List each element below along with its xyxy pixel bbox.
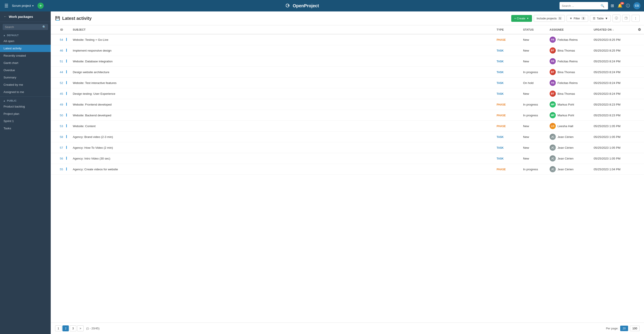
sidebar-item-summary[interactable]: Summary <box>0 74 51 81</box>
th-type[interactable]: TYPE <box>494 25 520 34</box>
per-page-selector: Per page: 20 100 <box>606 326 640 331</box>
cell-id[interactable]: 51 <box>51 56 66 67</box>
per-page-100-button[interactable]: 100 <box>630 326 640 331</box>
assignee-name: Jean Cérien <box>558 168 574 171</box>
cell-id[interactable]: 57 <box>51 142 66 153</box>
th-id[interactable]: ID <box>51 25 66 34</box>
cell-updated-on: 05/25/2023 1:05 PM <box>591 153 635 164</box>
section-arrow-icon-2: ▲ <box>3 99 6 102</box>
cell-id[interactable]: 53 <box>51 121 66 132</box>
info-icon: ⓘ <box>615 16 618 20</box>
info-button[interactable]: ⓘ <box>612 14 620 22</box>
cell-id[interactable]: 56 <box>51 153 66 164</box>
sidebar-item-product-backlog[interactable]: Product backlog <box>0 103 51 110</box>
help-button[interactable]: ⓘ <box>626 3 630 8</box>
assignee-name: Jean Cérien <box>558 135 574 139</box>
sidebar-item-sprint-1[interactable]: Sprint 1 <box>0 117 51 125</box>
th-subject[interactable]: SUBJECT <box>70 25 494 34</box>
sidebar-item-gantt-chart[interactable]: Gantt chart <box>0 59 51 66</box>
cell-assignee: JC Jean Cérien <box>546 153 591 164</box>
filter-button[interactable]: ▼ Filter 1 <box>566 15 588 22</box>
sidebar-item-overdue[interactable]: Overdue <box>0 66 51 74</box>
global-search-input[interactable] <box>562 4 599 7</box>
cell-updated-on: 05/25/2023 8:25 PM <box>591 45 635 56</box>
hamburger-menu-icon[interactable]: ☰ <box>4 2 9 9</box>
quick-add-button[interactable]: + <box>38 3 44 9</box>
assignee-name: Jean Cérien <box>558 146 574 149</box>
cell-id[interactable]: 45 <box>51 88 66 99</box>
cell-id[interactable]: 52 <box>51 77 66 88</box>
assignee-avatar: LH <box>550 123 556 129</box>
sidebar-divider <box>0 96 51 97</box>
page-range: (1 - 20/45) <box>86 327 100 330</box>
cell-id[interactable]: 58 <box>51 132 66 142</box>
cell-id[interactable]: 46 <box>51 45 66 56</box>
cell-settings <box>635 34 644 45</box>
assignee-avatar: MP <box>550 101 556 107</box>
sidebar-item-created-by-me[interactable]: Created by me <box>0 81 51 88</box>
cell-status: In progress <box>520 164 546 175</box>
th-status[interactable]: STATUS <box>520 25 546 34</box>
cell-id[interactable]: 54 <box>51 34 66 45</box>
include-projects-button[interactable]: Include projects 1 <box>534 15 565 22</box>
cell-type: TASK <box>494 132 520 142</box>
project-selector[interactable]: Scrum project ▼ <box>12 4 34 7</box>
cell-assignee: MP Markus Pohl <box>546 110 591 121</box>
sidebar-section-public[interactable]: ▲ PUBLIC <box>0 98 51 103</box>
include-projects-badge: 1 <box>558 17 562 20</box>
fullscreen-button[interactable]: ❒ <box>622 15 630 22</box>
assignee-name: Markus Pohl <box>558 114 574 117</box>
th-updated-on[interactable]: UPDATED ON ↓ <box>591 25 635 34</box>
sidebar-item-latest-activity[interactable]: Latest activity <box>0 45 51 52</box>
cell-updated-on: 05/25/2023 8:24 PM <box>591 88 635 99</box>
sidebar-back-icon[interactable]: ← <box>4 14 7 18</box>
cell-settings <box>635 132 644 142</box>
sidebar-item-recently-created[interactable]: Recently created <box>0 52 51 59</box>
cell-id[interactable]: 49 <box>51 99 66 110</box>
toolbar-actions: + Create ▼ Include projects 1 ▼ Filter 1… <box>511 14 640 22</box>
next-page-button[interactable]: > <box>77 326 84 331</box>
table-row: 57 Agency: How-To Video (2 min) TASK New… <box>51 142 644 153</box>
cell-type: TASK <box>494 142 520 153</box>
table-view-button[interactable]: ☰ Table ▼ <box>590 15 611 22</box>
th-settings[interactable]: ⚙ <box>635 25 644 34</box>
notifications-button[interactable]: 🔔 39 <box>618 3 622 8</box>
sidebar-search-input[interactable] <box>5 25 41 29</box>
grid-menu-button[interactable]: ⊞ <box>611 3 614 8</box>
search-icon: 🔍 <box>600 4 604 7</box>
work-packages-table-container: ID SUBJECT TYPE STATUS ASSIGNEE UPDATED … <box>51 25 644 323</box>
more-icon: ⋮ <box>634 16 637 20</box>
sidebar-search-box[interactable]: 🔍 <box>3 24 48 30</box>
sidebar-item-tasks[interactable]: Tasks <box>0 125 51 132</box>
app-layout: ← Work packages 🔍 ▲ DEFAULT All open Lat… <box>0 11 644 334</box>
per-page-20-button[interactable]: 20 <box>620 326 628 331</box>
pagination-pages: 1 2 3 > (1 - 20/45) <box>55 326 100 331</box>
cell-id[interactable]: 44 <box>51 67 66 77</box>
assignee-avatar: BT <box>550 90 556 97</box>
cell-updated-on: 05/25/2023 1:05 PM <box>591 121 635 132</box>
create-label: + Create <box>514 17 525 20</box>
assignee-name: Felicitas Reims <box>558 60 578 63</box>
cell-updated-on: 05/25/2023 1:04 PM <box>591 164 635 175</box>
sidebar-item-all-open[interactable]: All open <box>0 37 51 45</box>
more-options-button[interactable]: ⋮ <box>632 15 640 22</box>
sidebar-item-project-plan[interactable]: Project plan <box>0 110 51 117</box>
page-1-button[interactable]: 1 <box>55 326 62 331</box>
cell-indicator <box>66 56 70 67</box>
user-avatar[interactable]: CG <box>634 2 640 9</box>
page-3-button[interactable]: 3 <box>70 326 76 331</box>
cell-id[interactable]: 55 <box>51 164 66 175</box>
sidebar-section-default[interactable]: ▲ DEFAULT <box>0 32 51 37</box>
th-assignee[interactable]: ASSIGNEE <box>546 25 591 34</box>
cell-indicator <box>66 121 70 132</box>
cell-type: PHASE <box>494 99 520 110</box>
cell-id[interactable]: 50 <box>51 110 66 121</box>
create-button[interactable]: + Create ▼ <box>511 15 532 22</box>
page-2-button[interactable]: 2 <box>62 326 69 331</box>
cell-assignee: FR Felicitas Reims <box>546 56 591 67</box>
cell-assignee: JC Jean Cérien <box>546 132 591 142</box>
cell-updated-on: 05/25/2023 8:23 PM <box>591 99 635 110</box>
global-search[interactable]: 🔍 <box>560 2 608 9</box>
sidebar-item-assigned-to-me[interactable]: Assigned to me <box>0 88 51 96</box>
cell-subject: Agency: How-To Video (2 min) <box>70 142 494 153</box>
